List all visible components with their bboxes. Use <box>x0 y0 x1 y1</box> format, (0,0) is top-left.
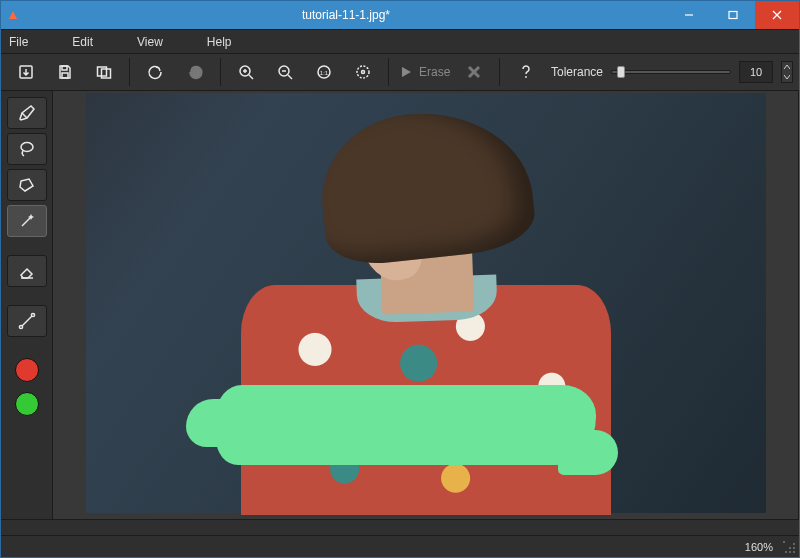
separator <box>129 58 130 86</box>
svg-line-10 <box>249 75 253 79</box>
svg-point-22 <box>525 76 527 78</box>
cancel-erase-button[interactable] <box>457 57 490 87</box>
app-window: tutorial-11-1.jpg* File Edit View Help 1… <box>0 0 800 558</box>
zoom-actual-button[interactable]: 1:1 <box>308 57 341 87</box>
menu-help[interactable]: Help <box>207 35 232 49</box>
svg-line-23 <box>22 113 27 118</box>
menu-edit[interactable]: Edit <box>72 35 93 49</box>
svg-line-29 <box>22 316 32 326</box>
spinner-down-icon[interactable] <box>782 72 792 82</box>
canvas[interactable] <box>53 91 799 519</box>
zoom-in-button[interactable] <box>230 57 263 87</box>
svg-line-14 <box>288 75 292 79</box>
polygon-tool[interactable] <box>7 169 47 201</box>
compare-button[interactable] <box>88 57 121 87</box>
work-area <box>1 91 799 519</box>
resize-grip[interactable] <box>783 541 797 555</box>
separator <box>220 58 221 86</box>
svg-point-24 <box>21 143 33 152</box>
separator <box>499 58 500 86</box>
menubar: File Edit View Help <box>1 29 799 53</box>
tolerance-slider[interactable] <box>611 65 731 79</box>
svg-point-18 <box>357 66 369 78</box>
green-marker-color[interactable] <box>7 389 47 419</box>
marker-tool[interactable] <box>7 97 47 129</box>
tool-sidebar <box>1 91 53 519</box>
window-title: tutorial-11-1.jpg* <box>25 1 667 29</box>
spinner-up-icon[interactable] <box>782 62 792 72</box>
help-button[interactable] <box>509 57 542 87</box>
toolbar: 1:1 Erase Tolerance 10 <box>1 53 799 91</box>
selection-mask <box>216 385 596 465</box>
svg-rect-1 <box>729 12 737 19</box>
close-button[interactable] <box>755 1 799 29</box>
red-marker-color[interactable] <box>7 355 47 385</box>
erase-label: Erase <box>419 65 450 79</box>
open-button[interactable] <box>10 57 43 87</box>
zoom-out-button[interactable] <box>269 57 302 87</box>
lasso-tool[interactable] <box>7 133 47 165</box>
minimize-button[interactable] <box>667 1 711 29</box>
undo-button[interactable] <box>139 57 172 87</box>
tolerance-label: Tolerance <box>551 65 603 79</box>
svg-rect-6 <box>62 73 68 78</box>
titlebar[interactable]: tutorial-11-1.jpg* <box>1 1 799 29</box>
zoom-level[interactable]: 160% <box>745 541 773 553</box>
erase-button[interactable]: Erase <box>399 65 450 79</box>
tolerance-value[interactable]: 10 <box>739 61 773 83</box>
redo-button[interactable] <box>178 57 211 87</box>
app-icon <box>1 1 25 29</box>
zoom-fit-button[interactable] <box>346 57 379 87</box>
eraser-tool[interactable] <box>7 255 47 287</box>
svg-text:1:1: 1:1 <box>320 70 329 76</box>
tolerance-control: Tolerance 10 <box>551 61 793 83</box>
menu-file[interactable]: File <box>9 35 28 49</box>
svg-point-19 <box>361 71 364 74</box>
menu-view[interactable]: View <box>137 35 163 49</box>
image-content <box>86 93 766 513</box>
save-button[interactable] <box>49 57 82 87</box>
svg-rect-5 <box>62 66 67 70</box>
maximize-button[interactable] <box>711 1 755 29</box>
statusbar: 160% <box>1 535 799 557</box>
svg-line-25 <box>22 218 30 226</box>
line-tool[interactable] <box>7 305 47 337</box>
magic-wand-tool[interactable] <box>7 205 47 237</box>
tolerance-spinner[interactable] <box>781 61 793 83</box>
horizontal-scrollbar[interactable] <box>1 519 799 535</box>
separator <box>388 58 389 86</box>
